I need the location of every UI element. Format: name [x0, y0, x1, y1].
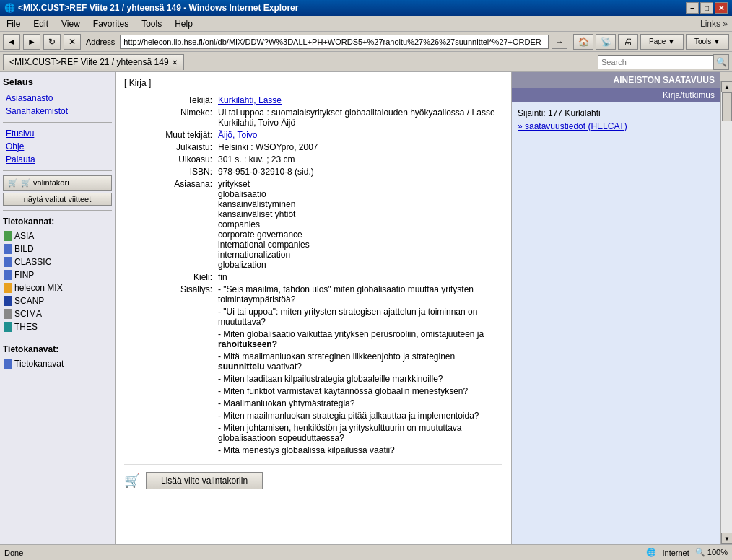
refresh-button[interactable]: ↻	[43, 34, 61, 50]
label-nimeke: Nimeke:	[124, 108, 218, 128]
menu-tools[interactable]: Tools	[139, 18, 164, 30]
value-isbn: 978-951-0-32910-8 (sid.)	[218, 167, 502, 177]
right-panel: AINEISTON SAATAVUUS Kirja/tutkimus Sijai…	[511, 72, 720, 544]
address-label: Address	[86, 38, 115, 46]
menu-view[interactable]: View	[59, 18, 82, 30]
helecon-mix-indicator	[4, 283, 12, 293]
sidebar-item-tietokanavat[interactable]: Tietokanavat	[3, 357, 112, 370]
scima-indicator	[4, 309, 12, 319]
tools-dropdown-button[interactable]: Tools ▼	[686, 34, 729, 50]
menu-favorites[interactable]: Favorites	[91, 18, 131, 30]
sidebar-link-palauta[interactable]: Palauta	[3, 153, 112, 166]
tab-label: <MIX.CUST>REF Viite 21 / yhteensä 149	[9, 57, 169, 67]
search-button[interactable]: 🔍	[713, 54, 729, 70]
field-muut-tekijat: Muut tekijät: Äijö, Toivo	[124, 130, 502, 140]
sidebar-item-finp[interactable]: FINP	[3, 268, 112, 281]
add-to-cart-button[interactable]: Lisää viite valintakoriin	[146, 472, 263, 489]
asia-indicator	[4, 231, 12, 241]
print-button[interactable]: 🖨	[618, 34, 638, 50]
tab-close-button[interactable]: ✕	[172, 58, 178, 66]
right-panel-content: Sijainti: 177 Kurkilahti » saatavuustied…	[512, 102, 720, 137]
home-button[interactable]: 🏠	[573, 34, 593, 50]
tietokanavat-indicator	[4, 359, 12, 369]
show-selected-button[interactable]: näytä valitut viitteet	[3, 193, 112, 206]
scroll-thumb[interactable]	[722, 92, 732, 121]
forward-button[interactable]: ►	[23, 34, 40, 50]
bild-indicator	[4, 244, 12, 254]
field-ulkoasu: Ulkoasu: 301 s. : kuv. ; 23 cm	[124, 154, 502, 165]
search-input[interactable]	[598, 55, 713, 69]
close-button[interactable]: ✕	[715, 2, 728, 14]
finp-indicator	[4, 270, 12, 280]
label-kieli: Kieli:	[124, 272, 218, 282]
page-button[interactable]: Page ▼	[640, 34, 684, 50]
sidebar-link-sanahakemistot[interactable]: Sanahakemistot	[3, 105, 112, 118]
label-muut-tekijat: Muut tekijät:	[124, 130, 218, 140]
menu-bar: File Edit View Favorites Tools Help Link…	[0, 16, 732, 32]
value-nimeke: Ui tai uppoa : suomalaisyritykset globaa…	[218, 108, 502, 128]
cart-icon-small: 🛒	[8, 178, 18, 188]
internet-zone-icon: 🌐	[646, 548, 656, 557]
main-layout: Selaus Asiasanasto Sanahakemistot Etusiv…	[0, 72, 732, 544]
back-button[interactable]: ◄	[3, 34, 20, 50]
field-sisallys: Sisällys: - "Seis maailma, tahdon ulos" …	[124, 284, 502, 455]
sidebar-item-bild[interactable]: BILD	[3, 242, 112, 255]
value-sisallys: - "Seis maailma, tahdon ulos" miten glob…	[218, 284, 502, 455]
label-tekija: Tekijä:	[124, 95, 218, 105]
zoom-text: 🔍 100%	[695, 548, 728, 557]
cart-icon: 🛒	[124, 473, 140, 489]
bottom-bar: 🛒 Lisää viite valintakoriin	[124, 464, 502, 496]
field-nimeke: Nimeke: Ui tai uppoa : suomalaisyritykse…	[124, 108, 502, 128]
scroll-track	[721, 92, 732, 533]
right-panel-header: AINEISTON SAATAVUUS	[512, 72, 720, 88]
status-text: Done	[4, 548, 23, 557]
sidebar-item-asia[interactable]: ASIA	[3, 229, 112, 242]
menu-edit[interactable]: Edit	[31, 18, 51, 30]
sidebar-link-asiasanasto[interactable]: Asiasanasto	[3, 92, 112, 105]
field-tekija: Tekijä: Kurkilahti, Lasse	[124, 95, 502, 105]
right-section: AINEISTON SAATAVUUS Kirja/tutkimus Sijai…	[511, 72, 732, 544]
tab-bar: <MIX.CUST>REF Viite 21 / yhteensä 149 ✕ …	[0, 52, 732, 72]
internet-zone-text: Internet	[662, 548, 689, 557]
valintakori-button[interactable]: 🛒 🛒 valintakori	[3, 175, 112, 191]
feeds-button[interactable]: 📡	[596, 34, 616, 50]
maximize-button[interactable]: □	[700, 2, 713, 14]
label-asiasana: Asiasana:	[124, 179, 218, 270]
label-isbn: ISBN:	[124, 167, 218, 177]
window-title: <MIX.CUST>REF Viite 21 / yhteensä 149 - …	[18, 3, 298, 13]
field-isbn: ISBN: 978-951-0-32910-8 (sid.)	[124, 167, 502, 177]
channels-title: Tietokanavat:	[3, 344, 112, 354]
sidebar-link-ohje[interactable]: Ohje	[3, 140, 112, 153]
sidebar-item-helecon-mix[interactable]: helecon MIX	[3, 281, 112, 294]
scroll-down-button[interactable]: ▼	[721, 533, 732, 544]
sidebar: Selaus Asiasanasto Sanahakemistot Etusiv…	[0, 72, 116, 544]
menu-help[interactable]: Help	[173, 18, 195, 30]
menu-file[interactable]: File	[4, 18, 22, 30]
value-asiasana: yritykset globalisaatio kansainvälistymi…	[218, 179, 502, 270]
record-type: [ Kirja ]	[124, 78, 502, 88]
right-panel-subheader: Kirja/tutkimus	[512, 88, 720, 102]
scroll-up-button[interactable]: ▲	[721, 81, 732, 92]
address-bar: ◄ ► ↻ ✕ Address → 🏠 📡 🖨 Page ▼ Tools ▼	[0, 32, 732, 52]
sidebar-link-etusivu[interactable]: Etusivu	[3, 127, 112, 140]
helcat-link[interactable]: » saatavuustiedot (HELCAT)	[518, 121, 627, 131]
sidebar-item-classic[interactable]: CLASSIC	[3, 255, 112, 268]
address-input[interactable]	[120, 35, 549, 49]
databases-title: Tietokannat:	[3, 216, 112, 227]
value-muut-tekijat[interactable]: Äijö, Toivo	[218, 130, 257, 140]
links-label: Links »	[700, 19, 728, 29]
field-julkaistu: Julkaistu: Helsinki : WSOYpro, 2007	[124, 142, 502, 152]
value-tekija[interactable]: Kurkilahti, Lasse	[218, 95, 282, 105]
sidebar-item-scanp[interactable]: SCANP	[3, 294, 112, 307]
go-button[interactable]: →	[552, 35, 567, 49]
minimize-button[interactable]: –	[686, 2, 699, 14]
browser-tab[interactable]: <MIX.CUST>REF Viite 21 / yhteensä 149 ✕	[3, 54, 184, 70]
status-bar: Done 🌐 Internet 🔍 100%	[0, 544, 732, 560]
sidebar-item-scima[interactable]: SCIMA	[3, 307, 112, 320]
label-sisallys: Sisällys:	[124, 284, 218, 455]
field-kieli: Kieli: fin	[124, 272, 502, 282]
sidebar-item-thes[interactable]: THES	[3, 320, 112, 333]
content-area: [ Kirja ] Tekijä: Kurkilahti, Lasse Nime…	[116, 72, 511, 544]
value-ulkoasu: 301 s. : kuv. ; 23 cm	[218, 154, 502, 165]
stop-button[interactable]: ✕	[64, 34, 81, 50]
